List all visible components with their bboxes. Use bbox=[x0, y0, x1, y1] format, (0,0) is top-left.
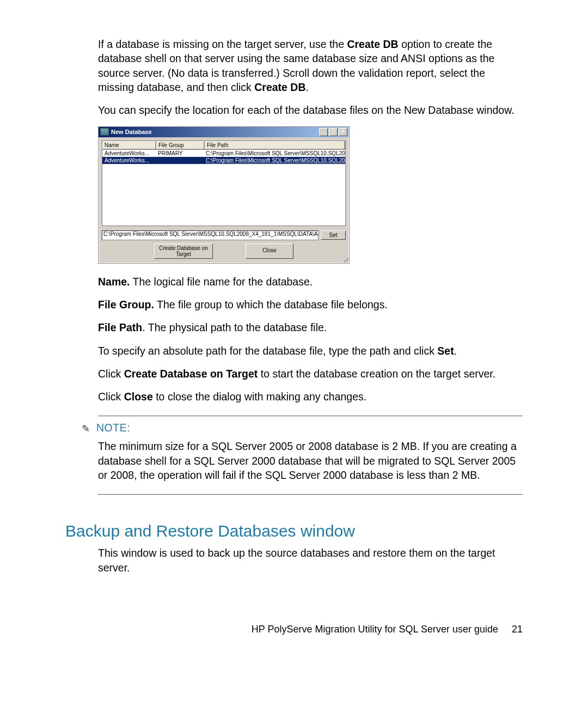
label: File Path bbox=[98, 321, 142, 333]
cell-name: AdventureWorks... bbox=[102, 157, 156, 164]
section-heading: Backup and Restore Databases window bbox=[65, 522, 523, 540]
paragraph-location: You can specify the location for each of… bbox=[98, 103, 523, 117]
col-name[interactable]: Name bbox=[102, 141, 156, 149]
text: To specify an absolute path for the data… bbox=[98, 345, 437, 357]
dialog-title: New Database bbox=[111, 129, 152, 135]
note-body: The minimum size for a SQL Server 2005 o… bbox=[98, 439, 523, 482]
maximize-button[interactable]: □ bbox=[329, 128, 338, 136]
resize-grip[interactable] bbox=[342, 256, 348, 263]
paragraph-close: Click Close to close the dialog with mak… bbox=[98, 389, 523, 404]
paragraph-set: To specify an absolute path for the data… bbox=[98, 344, 523, 358]
col-path[interactable]: File Path bbox=[205, 141, 345, 149]
app-icon bbox=[100, 128, 109, 136]
close-button[interactable]: Close bbox=[246, 244, 293, 259]
minimize-button[interactable]: _ bbox=[319, 128, 328, 136]
label: File Group. bbox=[98, 299, 154, 311]
label: Name. bbox=[98, 276, 130, 288]
grid-header: Name File Group File Path bbox=[102, 141, 345, 150]
text: . The physical path to the database file… bbox=[142, 321, 327, 333]
paragraph-create-db: If a database is missing on the target s… bbox=[98, 37, 523, 94]
bold-close: Close bbox=[124, 391, 153, 403]
text: to close the dialog with making any chan… bbox=[153, 391, 366, 403]
cell-path: C:\Program Files\Microsoft SQL Server\MS… bbox=[204, 150, 345, 157]
note-label: NOTE: bbox=[96, 422, 130, 434]
section-paragraph: This window is used to back up the sourc… bbox=[98, 546, 523, 575]
page-footer: HP PolyServe Migration Utility for SQL S… bbox=[65, 624, 523, 635]
text: Click bbox=[98, 391, 124, 403]
close-window-button[interactable]: × bbox=[339, 128, 347, 136]
text: The file group to which the database fil… bbox=[154, 299, 388, 311]
cell-path: C:\Program Files\Microsoft SQL Server\MS… bbox=[204, 157, 345, 164]
table-row[interactable]: AdventureWorks... C:\Program Files\Micro… bbox=[102, 157, 345, 164]
def-file-group: File Group. The file group to which the … bbox=[98, 297, 523, 312]
text: to start the database creation on the ta… bbox=[258, 368, 495, 380]
cell-group bbox=[156, 157, 204, 164]
text: . bbox=[306, 81, 309, 93]
page-number: 21 bbox=[501, 624, 523, 635]
bold-create: Create Database on Target bbox=[124, 368, 258, 380]
text: The logical file name for the database. bbox=[130, 276, 313, 288]
file-path-input[interactable]: C:\Program Files\Microsoft SQL Server\MS… bbox=[102, 230, 318, 240]
divider bbox=[98, 494, 523, 495]
new-database-dialog: New Database _ □ × Name File Group File … bbox=[98, 126, 350, 264]
files-grid[interactable]: Name File Group File Path AdventureWorks… bbox=[102, 141, 346, 226]
cell-group: PRIMARY bbox=[156, 150, 204, 157]
note-icon: ✎ bbox=[82, 423, 90, 435]
cell-name: AdventureWorks... bbox=[102, 150, 156, 157]
divider bbox=[98, 416, 523, 416]
table-row[interactable]: AdventureWorks... PRIMARY C:\Program Fil… bbox=[102, 150, 345, 157]
text: Click bbox=[98, 368, 124, 380]
bold-create-db: Create DB bbox=[254, 81, 305, 93]
col-group[interactable]: File Group bbox=[156, 141, 205, 149]
paragraph-create: Click Create Database on Target to start… bbox=[98, 367, 523, 381]
text: . bbox=[454, 345, 457, 357]
footer-title: HP PolyServe Migration Utility for SQL S… bbox=[252, 624, 498, 635]
bold-set: Set bbox=[437, 345, 454, 357]
text: If a database is missing on the target s… bbox=[98, 38, 347, 50]
dialog-titlebar[interactable]: New Database _ □ × bbox=[99, 127, 349, 137]
bold-create-db: Create DB bbox=[347, 38, 398, 50]
create-database-button[interactable]: Create Database on Target bbox=[154, 244, 213, 259]
def-file-path: File Path. The physical path to the data… bbox=[98, 320, 523, 334]
def-name: Name. The logical file name for the data… bbox=[98, 275, 523, 289]
set-button[interactable]: Set bbox=[321, 230, 346, 240]
